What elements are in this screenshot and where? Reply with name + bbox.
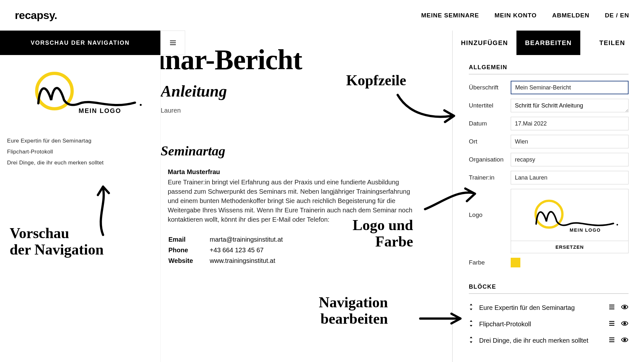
- nav-preview-item[interactable]: Eure Expertin für den Seminartag: [7, 135, 153, 146]
- svg-point-3: [617, 224, 618, 226]
- panel-tabs: HINZUFÜGEN BEARBEITEN TEILEN: [453, 31, 644, 55]
- nav-preview-list: Eure Expertin für den Seminartag Flipcha…: [7, 135, 153, 168]
- doc-title: inar-Bericht: [161, 43, 452, 76]
- user-logo-preview: MEIN LOGO: [16, 68, 145, 116]
- eye-icon[interactable]: [621, 320, 629, 328]
- block-label: Eure Expertin für den Seminartag: [479, 304, 603, 311]
- svg-text:MEIN LOGO: MEIN LOGO: [570, 227, 601, 233]
- block-row: Drei Dinge, die ihr euch merken solltet: [469, 332, 629, 349]
- nav-my-seminars[interactable]: MEINE SEMINARE: [421, 12, 479, 19]
- contact-value: +43 664 123 45 67: [210, 245, 299, 255]
- nav-logout[interactable]: ABMELDEN: [552, 12, 590, 19]
- block-row: Eure Expertin für den Seminartag: [469, 300, 629, 316]
- label-place: Ort: [469, 138, 511, 145]
- doc-subtitle: Anleitung: [161, 82, 452, 100]
- nav-my-account[interactable]: MEIN KONTO: [495, 12, 537, 19]
- drag-handle-icon[interactable]: [469, 336, 473, 345]
- block-label: Drei Dinge, die ihr euch merken solltet: [479, 337, 603, 344]
- doc-section-title: Seminartag: [161, 143, 452, 159]
- label-color: Farbe: [469, 259, 511, 266]
- document-preview: inar-Bericht Anleitung Lauren Seminartag…: [160, 31, 452, 362]
- drag-handle-icon[interactable]: [469, 303, 473, 312]
- date-input[interactable]: [511, 117, 629, 130]
- contact-label: Phone: [168, 245, 209, 255]
- section-blocks: BLÖCKE: [469, 283, 629, 294]
- tab-share[interactable]: TEILEN: [580, 31, 644, 55]
- svg-point-6: [623, 322, 626, 325]
- trainer-input[interactable]: [511, 171, 629, 184]
- section-general: ALLGEMEIN: [469, 64, 629, 74]
- svg-point-7: [623, 339, 626, 341]
- nav-preview-sidebar: VORSCHAU DER NAVIGATION MEIN LOGO Eure E…: [0, 31, 160, 362]
- contact-label: Email: [168, 235, 209, 245]
- app-logo: recapsy.: [15, 9, 57, 22]
- contact-value: www.trainingsinstitut.at: [210, 256, 299, 266]
- top-nav: MEINE SEMINARE MEIN KONTO ABMELDEN DE / …: [421, 12, 629, 19]
- place-input[interactable]: [511, 135, 629, 148]
- org-input[interactable]: [511, 153, 629, 166]
- hamburger-icon: [169, 39, 177, 47]
- color-swatch[interactable]: [511, 258, 520, 267]
- label-logo: Logo: [469, 189, 511, 218]
- logo-caption-path: MEIN LOGO: [79, 107, 121, 114]
- label-subtitle: Untertitel: [469, 102, 511, 109]
- logo-upload[interactable]: MEIN LOGO ERSETZEN: [511, 189, 629, 253]
- contact-value: marta@trainingsinstitut.at: [210, 235, 299, 245]
- list-icon[interactable]: [609, 320, 615, 328]
- list-icon[interactable]: [609, 304, 615, 311]
- drag-handle-icon[interactable]: [469, 320, 473, 329]
- replace-logo-button[interactable]: ERSETZEN: [511, 241, 628, 253]
- tab-edit[interactable]: BEARBEITEN: [516, 31, 580, 55]
- headline-input[interactable]: [511, 81, 629, 94]
- svg-point-1: [140, 104, 142, 106]
- label-headline: Überschrift: [469, 84, 511, 91]
- nav-preview-item[interactable]: Flipchart-Protokoll: [7, 146, 153, 157]
- language-switch[interactable]: DE / EN: [605, 12, 629, 19]
- nav-preview-item[interactable]: Drei Dinge, die ihr euch merken solltet: [7, 157, 153, 168]
- doc-person: Marta Musterfrau: [168, 168, 452, 176]
- subtitle-input[interactable]: Schritt für Schritt Anleitung: [511, 99, 629, 112]
- eye-icon[interactable]: [621, 304, 629, 311]
- list-icon[interactable]: [609, 337, 615, 344]
- doc-body: Eure Trainer:in bringt viel Erfahrung au…: [168, 178, 412, 224]
- top-bar: recapsy. MEINE SEMINARE MEIN KONTO ABMEL…: [0, 0, 644, 31]
- label-trainer: Trainer:in: [469, 174, 511, 181]
- contact-table: Emailmarta@trainingsinstitut.at Phone+43…: [168, 234, 299, 266]
- eye-icon[interactable]: [621, 337, 629, 344]
- block-label: Flipchart-Protokoll: [479, 320, 603, 328]
- nav-preview-title: VORSCHAU DER NAVIGATION: [0, 31, 160, 55]
- tab-add[interactable]: HINZUFÜGEN: [453, 31, 516, 55]
- label-date: Datum: [469, 120, 511, 127]
- doc-author: Lauren: [161, 107, 452, 114]
- contact-label: Website: [168, 256, 209, 266]
- editor-panel: HINZUFÜGEN BEARBEITEN TEILEN ALLGEMEIN Ü…: [452, 31, 644, 362]
- label-org: Organisation: [469, 156, 511, 163]
- block-row: Flipchart-Protokoll: [469, 316, 629, 332]
- hamburger-button[interactable]: [161, 31, 185, 55]
- svg-point-5: [623, 306, 626, 308]
